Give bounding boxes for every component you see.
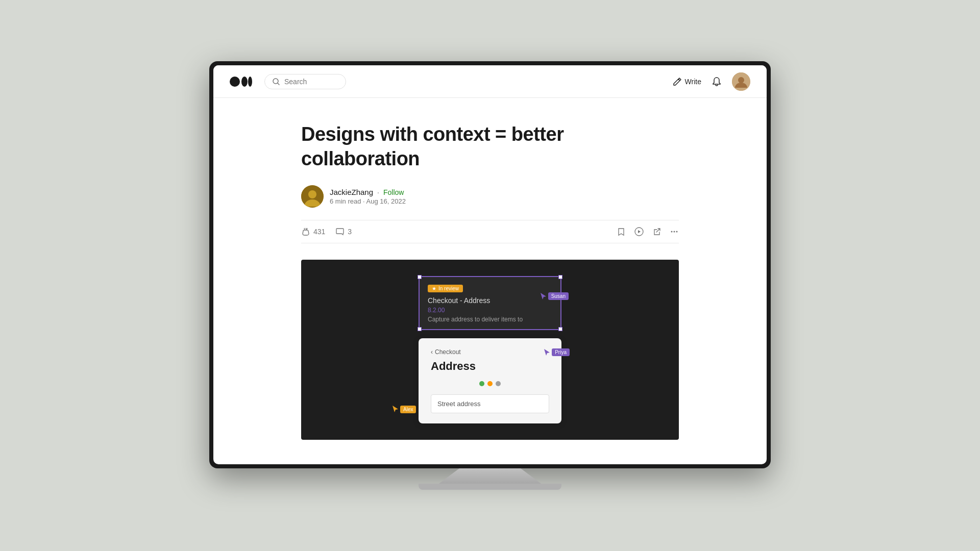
checkout-back: ‹ Checkout	[431, 348, 549, 356]
medium-logo[interactable]	[230, 74, 252, 89]
resize-handle-tr	[558, 275, 562, 279]
bookmark-icon	[617, 227, 626, 236]
comments-count: 3	[348, 228, 352, 236]
write-button[interactable]: Write	[673, 77, 701, 86]
progress-dots	[431, 381, 549, 386]
svg-point-8	[308, 190, 316, 198]
search-icon	[272, 78, 280, 86]
svg-point-10	[671, 231, 673, 233]
street-address-input[interactable]: Street address	[431, 394, 549, 413]
monitor-stand	[439, 468, 541, 484]
user-avatar[interactable]	[732, 72, 750, 91]
article-title: Designs with context = better collaborat…	[301, 122, 679, 171]
design-preview: ★ In review Checkout - Address 8.2.00 Ca…	[301, 260, 679, 440]
svg-point-0	[230, 77, 240, 87]
author-name: JackieZhang	[330, 188, 373, 196]
play-icon	[634, 227, 644, 237]
screen: Search Write	[213, 65, 767, 464]
navbar: Search Write	[213, 65, 767, 98]
cursor-arrow-susan	[540, 292, 547, 300]
resize-handle-bl	[418, 327, 422, 331]
cursor-arrow-alex	[392, 405, 399, 413]
status-badge: ★ In review	[428, 285, 463, 292]
alex-label: Alex	[400, 406, 416, 413]
resize-handle-tl	[418, 275, 422, 279]
figma-card-desc: Capture address to deliver items to	[428, 316, 552, 323]
publish-date: Aug 16, 2022	[366, 197, 406, 205]
svg-point-1	[241, 77, 248, 87]
cursor-alex: Alex	[392, 405, 416, 413]
svg-point-11	[674, 231, 675, 233]
comments-button[interactable]: 3	[335, 227, 352, 236]
play-button[interactable]	[634, 227, 644, 237]
svg-point-12	[676, 231, 678, 233]
article-meta: 6 min read · Aug 16, 2022	[330, 197, 406, 205]
figma-card-version: 8.2.00	[428, 307, 552, 314]
share-icon	[652, 227, 662, 236]
svg-line-4	[278, 83, 279, 85]
resize-handle-br	[558, 327, 562, 331]
monitor-base	[419, 484, 561, 490]
clap-icon	[301, 227, 310, 236]
figma-card-title: Checkout - Address	[428, 296, 552, 305]
write-label: Write	[685, 78, 701, 86]
dot-3	[496, 381, 501, 386]
search-placeholder: Search	[284, 78, 307, 86]
more-options-button[interactable]	[670, 227, 679, 236]
nav-right: Write	[673, 72, 750, 91]
author-info: JackieZhang · Follow 6 min read · Aug 16…	[330, 188, 406, 205]
search-bar[interactable]: Search	[264, 74, 346, 89]
checkout-title: Address	[431, 360, 549, 373]
figma-dark-card: ★ In review Checkout - Address 8.2.00 Ca…	[419, 276, 561, 330]
bookmark-button[interactable]	[617, 227, 626, 236]
action-right	[617, 227, 679, 237]
monitor: Search Write	[209, 61, 771, 468]
notifications-button[interactable]	[712, 77, 722, 87]
svg-point-2	[248, 77, 252, 87]
susan-label: Susan	[548, 292, 569, 300]
svg-point-6	[738, 77, 744, 83]
share-button[interactable]	[652, 227, 662, 236]
claps-button[interactable]: 431	[301, 227, 325, 236]
cursor-susan: Susan	[540, 292, 569, 300]
author-avatar[interactable]	[301, 185, 324, 208]
article-content: Designs with context = better collaborat…	[260, 98, 720, 464]
claps-count: 431	[313, 228, 325, 236]
figma-light-card: ‹ Checkout Address Street address	[419, 338, 561, 423]
priya-label: Priya	[552, 348, 570, 356]
bell-icon	[712, 77, 722, 87]
follow-button[interactable]: Follow	[383, 188, 404, 196]
ellipsis-icon	[670, 227, 679, 236]
cursor-priya: Priya	[544, 348, 570, 357]
dot-2	[487, 381, 493, 386]
cursor-arrow-priya	[544, 348, 551, 357]
author-row: JackieZhang · Follow 6 min read · Aug 16…	[301, 185, 679, 208]
badge-icon: ★	[432, 286, 436, 291]
back-arrow: ‹	[431, 348, 433, 356]
write-icon	[673, 77, 682, 86]
dot-1	[479, 381, 484, 386]
action-left: 431 3	[301, 227, 352, 236]
comment-icon	[335, 227, 345, 236]
read-time: 6 min read	[330, 197, 361, 205]
action-bar: 431 3	[301, 220, 679, 243]
